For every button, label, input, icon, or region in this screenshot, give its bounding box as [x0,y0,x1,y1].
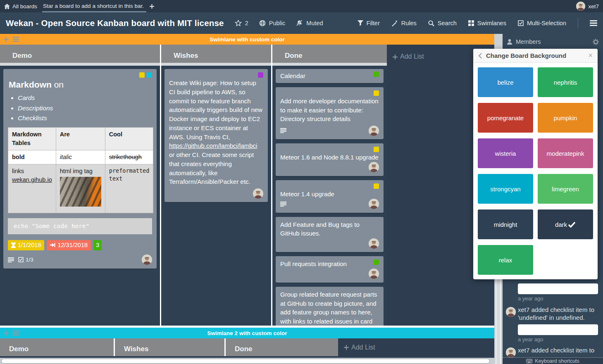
filter-icon [358,20,363,26]
activity-entry: xet7 added checklist item to 'undefined'… [518,306,600,322]
activity-avatar[interactable] [506,347,516,357]
list2-demo-header[interactable]: Demo [0,338,115,356]
members-title: Members [516,38,541,45]
user-avatar[interactable] [576,2,585,11]
card-member-avatar[interactable] [369,126,379,136]
start-date-badge[interactable]: 1/1/2018 [8,240,44,250]
list-done: Done Calendar Add more developer documen… [272,45,387,326]
card-member-avatar[interactable] [369,199,379,209]
wekan-app: All boards Star a board to add a shortcu… [0,0,603,364]
card-meteor-16[interactable]: Meteor 1.6 and Node 8.8.1 upgrade [276,143,384,176]
card-member-avatar[interactable] [142,255,152,265]
list-done-header[interactable]: Done [272,45,387,63]
board-canvas: Swimlane with custom color Demo Markdown… [0,34,494,364]
activity-avatar[interactable] [506,307,516,317]
card-title: Pull requests integration [280,259,347,269]
list2-done-header[interactable]: Done [226,338,338,356]
background-swatch-limegreen[interactable]: limegreen [538,174,593,204]
card-title: Create Wiki page: How to setup CI build … [169,79,263,186]
cat-image [60,177,101,207]
due-date-badge[interactable]: 12/31/2018 [47,240,91,250]
card-pull-requests[interactable]: Pull requests integration [276,256,384,283]
mute-toggle[interactable]: Muted [296,20,323,26]
vertical-scrollbar-thumb[interactable] [496,278,501,364]
activity-entry: xet7 added checklist item to [518,347,600,354]
background-swatch-dark[interactable]: dark [538,209,593,239]
username[interactable]: xet7 [588,3,599,10]
add-list-button-2[interactable]: Add List [338,338,494,356]
card-title: Add Feature and Bug tags to GitHub issue… [280,220,379,238]
hamburger-menu-button[interactable] [590,20,597,26]
card-group-features[interactable]: Group related feature request parts at G… [276,287,384,326]
card-title: Meteor 1.4 upgrade [280,190,379,199]
description-icon [8,257,14,262]
card-member-avatar[interactable] [369,269,379,279]
board-title: Wekan - Open Source Kanban board with MI… [6,18,224,28]
globe-icon [259,20,266,26]
rules-button[interactable]: Rules [391,20,417,26]
close-icon[interactable]: × [588,51,593,60]
search-icon [428,20,434,26]
bell-slash-icon [296,20,303,26]
card-member-avatar[interactable] [369,238,379,249]
all-boards-link[interactable]: All boards [4,3,37,10]
swimlanes-view-button[interactable]: Swimlanes [468,20,506,26]
background-swatch-midnight[interactable]: midnight [478,209,533,239]
card-developer-docs[interactable]: Add more developer documentation to make… [276,87,384,139]
panel-title: Change Board Background [486,52,566,59]
list-wishes: Wishes Create Wiki page: How to setup CI… [161,45,272,326]
list2-wishes-header[interactable]: Wishes [115,338,226,356]
wand-icon [391,20,398,26]
background-swatch-nephritis[interactable]: nephritis [538,67,593,97]
table-link[interactable]: wekan.gihub.io [12,176,52,183]
code-block: echo "Some code here" [8,218,152,234]
horizontal-scrollbar[interactable] [0,356,494,364]
visibility-toggle[interactable]: Public [259,20,286,26]
background-swatch-moderatepink[interactable]: moderatepink [538,138,593,168]
keyboard-shortcuts-bar[interactable]: Keyboard shortcuts [503,357,603,364]
card-title: Add more developer documentation to make… [280,97,379,124]
background-swatch-belize[interactable]: belize [478,67,533,97]
back-chevron-icon[interactable] [478,53,482,59]
activity-comment-box[interactable] [518,324,598,335]
card-markdown[interactable]: Markdown on Cards Descriptions Checklist… [3,69,157,269]
star-hint: Star a board to add a shortcut in this b… [43,3,144,10]
card-wish[interactable]: Create Wiki page: How to setup CI build … [164,69,268,202]
filter-button[interactable]: Filter [358,20,380,26]
card-label-cyan [147,72,152,78]
activity-timestamp: a year ago [518,336,543,343]
search-button[interactable]: Search [428,20,457,26]
background-swatch-wisteria[interactable]: wisteria [478,138,533,168]
card-link[interactable]: https://github.com/lambci/lambci [169,142,257,149]
card-meteor-14[interactable]: Meteor 1.4 upgrade [276,180,384,213]
gear-icon[interactable] [593,39,599,45]
card-member-avatar[interactable] [369,162,379,172]
background-swatch-pomegranate[interactable]: pomegranate [478,103,533,133]
horizontal-scrollbar-thumb[interactable] [1,359,490,364]
swimlane-1-title: Swimlane with custom color [0,36,494,43]
board-header: Wekan - Open Source Kanban board with MI… [0,12,603,34]
background-swatch-pumpkin[interactable]: pumpkin [538,103,593,133]
background-swatch-relax[interactable]: relax [478,245,533,275]
multi-selection-button[interactable]: Multi-Selection [518,20,566,26]
card-github-tags[interactable]: Add Feature and Bug tags to GitHub issue… [276,217,384,252]
add-board-shortcut-button[interactable] [150,4,154,9]
star-icon [235,20,242,26]
description-icon [280,128,286,133]
star-counter[interactable]: 2 [235,20,248,26]
card-member-avatar[interactable] [253,188,263,199]
list-strip [161,63,271,66]
checkbox-small-icon [18,257,24,262]
grid-icon [468,20,474,26]
list-demo-header[interactable]: Demo [0,45,160,63]
background-swatch-strongcyan[interactable]: strongcyan [478,174,533,204]
list-wishes-header[interactable]: Wishes [161,45,271,63]
hourglass-icon [11,243,16,248]
header-divider [578,18,578,29]
card-label-yellow [139,72,145,78]
card-calendar[interactable]: Calendar [276,69,384,83]
activity-comment-box[interactable] [518,283,598,294]
card-title: Meteor 1.6 and Node 8.8.1 upgrade [280,153,379,162]
card-label-yellow [374,183,379,189]
swimlane-2-title: Swimlane 2 with custom color [0,330,494,336]
